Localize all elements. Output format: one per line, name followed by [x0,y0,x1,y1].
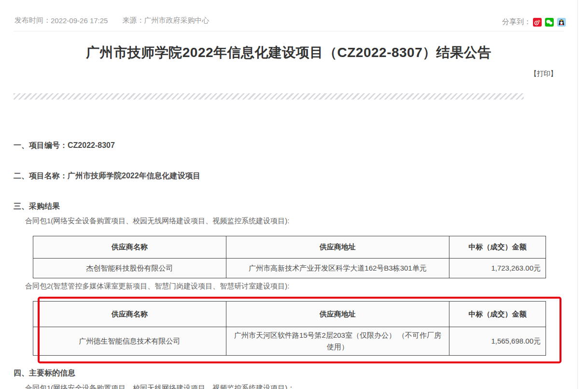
source-label: 来源： [122,16,144,25]
header-supplier-address: 供应商地址 [226,302,449,327]
hatched-divider [14,93,524,100]
table-row: 杰创智能科技股份有限公司 广州市高新技术产业开发区科学大道162号B3栋301单… [33,259,546,278]
award-amount-cell: 1,565,698.00元 [449,327,546,356]
clipped-bottom-text: 合同包1(网络安全设备购置项目、校园无线网络建设项目、视频监控系统建设项目)： [25,384,294,389]
header-supplier-address: 供应商地址 [226,236,449,259]
header-award-amount: 中标（成交）金额 [449,302,546,327]
share-label: 分享到： [502,17,531,27]
qq-icon[interactable] [557,18,566,27]
section-main-subject-info: 四、主要标的信息 [14,368,75,378]
source-value: 广州市政府采购中心 [144,16,209,25]
header-supplier-name: 供应商名称 [33,236,226,259]
page-title: 广州市技师学院2022年信息化建设项目（CZ2022-8307）结果公告 [0,43,577,62]
header-award-amount: 中标（成交）金额 [449,236,546,259]
meta-divider [14,31,564,31]
wechat-icon[interactable] [545,18,554,27]
section-procurement-result: 三、采购结果 [14,202,60,212]
weibo-icon[interactable] [533,18,542,27]
publish-time-label: 发布时间： [14,16,51,25]
package2-label: 合同包2(智慧管控多媒体课室更新项目、智慧门岗建设项目、智慧研讨室建设项目): [25,282,290,291]
award-amount-cell: 1,723,263.00元 [449,259,546,278]
package1-table: 供应商名称 供应商地址 中标（成交）金额 杰创智能科技股份有限公司 广州市高新技… [33,236,546,278]
meta-row: 发布时间： 2022-09-26 17:25 来源： 广州市政府采购中心 [14,16,209,25]
publish-time-value: 2022-09-26 17:25 [51,16,108,25]
section-project-number: 一、项目编号：CZ2022-8307 [14,141,115,151]
table-header-row: 供应商名称 供应商地址 中标（成交）金额 [33,236,546,259]
share-row: 分享到： [502,17,566,27]
share-icons [533,18,566,27]
section-project-name: 二、项目名称：广州市技师学院2022年信息化建设项目 [14,171,201,181]
supplier-name-cell: 广州德生智能信息技术有限公司 [33,327,226,356]
package1-label: 合同包1(网络安全设备购置项目、校园无线网络建设项目、视频监控系统建设项目): [25,216,290,226]
print-button[interactable]: 【打印】 [530,70,557,78]
supplier-address-cell: 广州市高新技术产业开发区科学大道162号B3栋301单元 [226,259,449,278]
package2-table: 供应商名称 供应商地址 中标（成交）金额 广州德生智能信息技术有限公司 广州市天… [33,301,546,356]
page-right-divider [577,0,578,389]
announcement-page: 发布时间： 2022-09-26 17:25 来源： 广州市政府采购中心 分享到… [0,0,588,389]
supplier-name-cell: 杰创智能科技股份有限公司 [33,259,226,278]
table-header-row: 供应商名称 供应商地址 中标（成交）金额 [33,302,546,327]
header-supplier-name: 供应商名称 [33,302,226,327]
supplier-address-cell: 广州市天河区软件路15号第2层203室（仅限办公） （不可作厂房使用） [226,327,449,356]
table-row: 广州德生智能信息技术有限公司 广州市天河区软件路15号第2层203室（仅限办公）… [33,327,546,356]
